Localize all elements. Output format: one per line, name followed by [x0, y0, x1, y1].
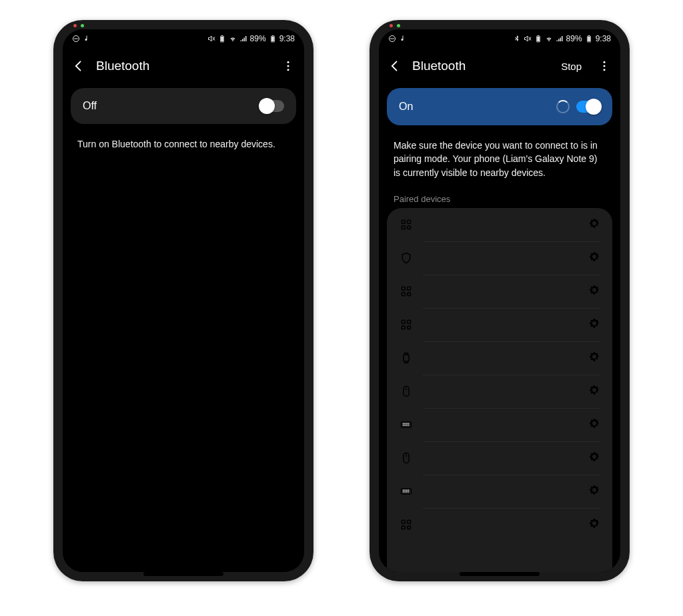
- body-text: Turn on Bluetooth to connect to nearby d…: [63, 128, 304, 160]
- device-settings-button[interactable]: [588, 484, 600, 499]
- device-settings-button[interactable]: [588, 284, 600, 299]
- clock-text: 9:38: [279, 34, 295, 43]
- device-row[interactable]: [387, 208, 612, 241]
- more-icon[interactable]: [598, 59, 611, 73]
- device-row[interactable]: [387, 408, 612, 441]
- toggle-label: On: [399, 101, 413, 113]
- device-settings-button[interactable]: [588, 451, 600, 465]
- page-title: Bluetooth: [96, 59, 271, 73]
- battery-saver-icon: [218, 35, 226, 43]
- device-row[interactable]: [387, 441, 612, 475]
- device-settings-button[interactable]: [588, 417, 600, 432]
- device-row[interactable]: [387, 341, 612, 375]
- bluetooth-toggle-card[interactable]: Off: [71, 88, 296, 124]
- signal-icon: [556, 35, 564, 43]
- device-row[interactable]: [387, 475, 612, 508]
- dnd-icon: [388, 35, 396, 43]
- mute-icon: [524, 35, 532, 43]
- battery-text: 89%: [566, 34, 582, 43]
- keyboard-icon: [399, 485, 414, 498]
- titlebar: Bluetooth: [63, 48, 304, 84]
- grid-icon: [399, 218, 414, 231]
- statusbar: 89% 9:38: [379, 29, 620, 48]
- bluetooth-toggle-card[interactable]: On: [387, 88, 612, 125]
- device-row[interactable]: [387, 375, 612, 408]
- device-row[interactable]: [387, 308, 612, 341]
- back-icon[interactable]: [388, 59, 402, 73]
- device-row[interactable]: [387, 275, 612, 308]
- device-settings-button[interactable]: [588, 217, 600, 232]
- statusbar: 89% 9:38: [63, 29, 304, 48]
- toggle-switch[interactable]: [260, 100, 284, 112]
- clock-text: 9:38: [596, 34, 611, 43]
- wifi-icon: [229, 35, 237, 43]
- device-row[interactable]: [387, 508, 612, 541]
- device-settings-button[interactable]: [588, 317, 600, 332]
- device-settings-button[interactable]: [588, 251, 600, 265]
- scanning-spinner-icon: [556, 100, 570, 113]
- back-icon[interactable]: [72, 59, 85, 73]
- grid-icon: [399, 285, 414, 298]
- battery-text: 89%: [250, 34, 266, 43]
- device-settings-button[interactable]: [588, 384, 600, 399]
- grid-icon: [399, 318, 414, 331]
- toggle-switch[interactable]: [576, 101, 600, 113]
- mouse-icon: [399, 451, 414, 465]
- stop-button[interactable]: Stop: [561, 61, 582, 72]
- music-icon: [84, 35, 92, 43]
- toggle-label: Off: [83, 100, 97, 112]
- phone-right: 89% 9:38 Bluetooth Stop On Make sure the…: [370, 20, 630, 581]
- dnd-icon: [72, 35, 80, 43]
- signal-icon: [239, 35, 247, 43]
- mouse-icon: [399, 385, 414, 398]
- body-text: Make sure the device you want to connect…: [379, 129, 620, 189]
- bluetooth-icon: [513, 35, 521, 43]
- more-icon[interactable]: [281, 59, 295, 73]
- watch-icon: [399, 351, 414, 365]
- battery-icon: [269, 35, 277, 43]
- device-settings-button[interactable]: [588, 517, 600, 532]
- paired-devices-list: [387, 208, 612, 572]
- music-icon: [400, 35, 408, 43]
- device-row[interactable]: [387, 241, 612, 275]
- mute-icon: [207, 35, 215, 43]
- phone-left: 89% 9:38 Bluetooth Off Turn on Bluetooth…: [53, 20, 313, 581]
- section-label: Paired devices: [379, 189, 620, 208]
- page-title: Bluetooth: [412, 59, 550, 73]
- titlebar: Bluetooth Stop: [379, 48, 620, 84]
- shield-icon: [399, 251, 414, 265]
- battery-saver-icon: [534, 35, 542, 43]
- device-settings-button[interactable]: [588, 351, 600, 365]
- grid-icon: [399, 518, 414, 531]
- keyboard-icon: [399, 418, 414, 431]
- battery-icon: [585, 35, 593, 43]
- wifi-icon: [545, 35, 553, 43]
